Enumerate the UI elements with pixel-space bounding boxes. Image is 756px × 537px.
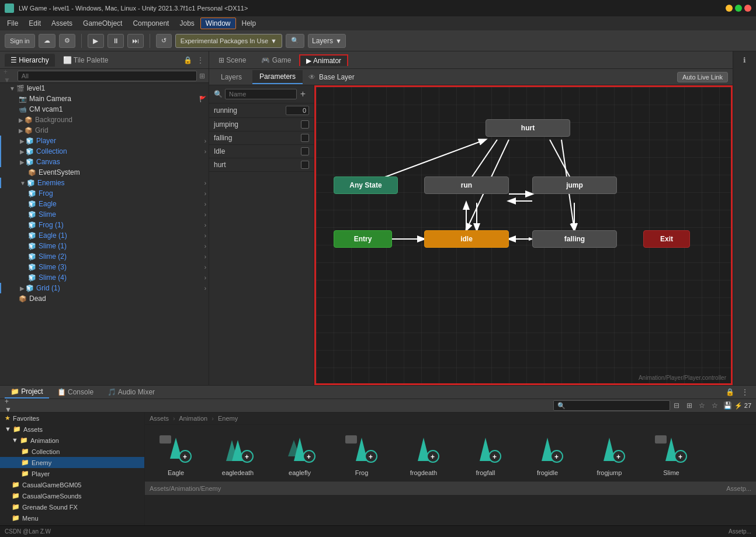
param-hurt-check[interactable] bbox=[301, 161, 309, 169]
asset-eaglefly[interactable]: + eaglefly bbox=[273, 429, 326, 476]
param-jumping-check[interactable] bbox=[301, 120, 309, 129]
bottom-menu[interactable]: ⋮ bbox=[738, 386, 751, 399]
param-running-value[interactable] bbox=[286, 106, 309, 115]
menu-gameobject[interactable]: GameObject bbox=[78, 18, 127, 29]
menu-jobs[interactable]: Jobs bbox=[175, 18, 199, 29]
state-run[interactable]: run bbox=[424, 176, 509, 194]
asset-frog[interactable]: + Frog bbox=[335, 429, 388, 476]
tree-item-grid1[interactable]: ▶ 🧊 Grid (1) › bbox=[0, 283, 209, 293]
asset-eagle[interactable]: + Eagle bbox=[150, 429, 202, 476]
proj-menu[interactable]: 📁 Menu bbox=[0, 512, 144, 524]
proj-sounds[interactable]: 📁 CasualGameSounds bbox=[0, 490, 144, 501]
hierarchy-filter[interactable]: ⊞ bbox=[199, 72, 205, 80]
proj-enemy[interactable]: 📁 Enemy bbox=[0, 457, 144, 468]
game-tab[interactable]: 🎮 Game bbox=[254, 54, 298, 67]
breadcrumb-enemy[interactable]: Enemy bbox=[218, 415, 238, 422]
parameters-subtab[interactable]: Parameters bbox=[252, 70, 303, 84]
proj-assets[interactable]: ▼ 📁 Assets bbox=[0, 424, 144, 435]
play-button[interactable]: ▶ bbox=[88, 34, 104, 48]
tile-palette-tab[interactable]: ⬜ Tile Palette bbox=[57, 54, 115, 67]
layers-subtab[interactable]: Layers bbox=[214, 71, 249, 84]
add-param-button[interactable]: + bbox=[297, 88, 309, 101]
menu-component[interactable]: Component bbox=[128, 18, 174, 29]
param-idle-check[interactable] bbox=[301, 147, 309, 155]
tree-item-cm-vcam1[interactable]: 📹 CM vcam1 bbox=[0, 104, 209, 115]
close-button[interactable] bbox=[744, 5, 751, 12]
menu-edit[interactable]: Edit bbox=[24, 18, 46, 29]
exp-packages-button[interactable]: Experimental Packages In Use ▼ bbox=[175, 34, 282, 48]
state-exit[interactable]: Exit bbox=[643, 230, 690, 248]
params-visibility[interactable]: 👁 bbox=[308, 73, 315, 81]
menu-assets[interactable]: Assets bbox=[47, 18, 77, 29]
cloud-button[interactable]: ☁ bbox=[39, 34, 56, 48]
proj-favorites[interactable]: ★ Favorites bbox=[0, 413, 144, 424]
tree-item-frog1[interactable]: 🧊 Frog (1) › bbox=[0, 220, 209, 230]
audio-mixer-tab[interactable]: 🎵 Audio Mixer bbox=[102, 386, 161, 398]
state-any-state[interactable]: Any State bbox=[334, 176, 398, 194]
asset-slime[interactable]: + Slime bbox=[645, 429, 698, 476]
tree-item-background[interactable]: ▶ 📦 Background bbox=[0, 115, 209, 125]
tree-item-main-camera[interactable]: 📷 Main Camera 🚩 bbox=[0, 93, 209, 104]
add-asset-btn[interactable]: + ▼ bbox=[5, 399, 18, 412]
add-item-button[interactable]: + ▼ bbox=[4, 68, 15, 84]
asset-frogjump[interactable]: + frogjump bbox=[583, 429, 636, 476]
maximize-button[interactable] bbox=[735, 5, 742, 12]
hierarchy-search-input[interactable] bbox=[18, 71, 197, 81]
hierarchy-lock[interactable]: 🔒 bbox=[183, 56, 192, 64]
state-falling[interactable]: falling bbox=[532, 230, 617, 248]
breadcrumb-assets[interactable]: Assets bbox=[150, 415, 169, 422]
tree-item-canvas[interactable]: ▶ 🧊 Canvas bbox=[0, 157, 209, 167]
param-falling-check[interactable] bbox=[301, 134, 309, 142]
state-idle[interactable]: idle bbox=[424, 230, 509, 248]
bottom-lock[interactable]: 🔒 bbox=[723, 386, 736, 399]
undo-button[interactable]: ↺ bbox=[156, 34, 172, 48]
menu-file[interactable]: File bbox=[2, 18, 23, 29]
scene-tab[interactable]: ⊞ Scene bbox=[211, 54, 253, 67]
tree-item-grid[interactable]: ▶ 📦 Grid bbox=[0, 125, 209, 136]
base-layer-btn[interactable]: Base Layer bbox=[319, 73, 355, 81]
tree-item-collection[interactable]: ▶ 🧊 Collection › bbox=[0, 146, 209, 157]
asset-eagledeath[interactable]: + eagledeath bbox=[211, 429, 264, 476]
proj-animation[interactable]: ▼ 📁 Animation bbox=[0, 435, 144, 446]
tree-item-level1[interactable]: ▼ 🎬 level1 bbox=[0, 83, 209, 93]
tree-item-slime2[interactable]: 🧊 Slime (2) › bbox=[0, 251, 209, 262]
icon-filter[interactable]: ☆ bbox=[696, 399, 709, 412]
right-panel-toggle[interactable]: ℹ bbox=[738, 54, 751, 67]
collab-button[interactable]: ⚙ bbox=[59, 34, 75, 48]
pause-button[interactable]: ⏸ bbox=[107, 34, 124, 48]
layers-dropdown[interactable]: Layers ▼ bbox=[308, 34, 346, 48]
tree-item-slime4[interactable]: 🧊 Slime (4) › bbox=[0, 272, 209, 283]
icon-list-view[interactable]: ⊟ bbox=[670, 399, 683, 412]
tree-item-dead[interactable]: 📦 Dead bbox=[0, 293, 209, 304]
proj-grenade[interactable]: 📁 Grenade Sound FX bbox=[0, 501, 144, 512]
asset-frogidle[interactable]: + frogidle bbox=[521, 429, 574, 476]
animator-tab[interactable]: ▶ Animator bbox=[299, 54, 348, 66]
menu-help[interactable]: Help bbox=[237, 18, 261, 29]
tree-item-frog[interactable]: 🧊 Frog › bbox=[0, 188, 209, 199]
sign-in-button[interactable]: Sign in bbox=[5, 34, 35, 48]
tree-item-eventsystem[interactable]: 📦 EventSystem bbox=[0, 167, 209, 178]
proj-player[interactable]: 📁 Player bbox=[0, 468, 144, 479]
tree-item-enemies[interactable]: ▼ 🧊 Enemies › bbox=[0, 178, 209, 188]
animator-canvas[interactable]: Any State Entry idle run jump hurt falli… bbox=[314, 85, 733, 385]
params-search-input[interactable] bbox=[225, 89, 297, 99]
asset-frogdeath[interactable]: + frogdeath bbox=[397, 429, 450, 476]
step-button[interactable]: ⏭ bbox=[127, 34, 144, 48]
minimize-button[interactable] bbox=[726, 5, 733, 12]
icon-save[interactable]: 💾 bbox=[722, 399, 734, 412]
tree-item-player[interactable]: ▶ 🧊 Player › bbox=[0, 136, 209, 146]
tree-item-slime1[interactable]: 🧊 Slime (1) › bbox=[0, 241, 209, 251]
asset-search-input[interactable] bbox=[553, 400, 670, 411]
tree-item-eagle[interactable]: 🧊 Eagle › bbox=[0, 199, 209, 209]
tree-item-eagle1[interactable]: 🧊 Eagle (1) › bbox=[0, 230, 209, 241]
menu-window[interactable]: Window bbox=[200, 18, 236, 29]
asset-frogfall[interactable]: + frogfall bbox=[459, 429, 512, 476]
breadcrumb-animation[interactable]: Animation bbox=[179, 415, 207, 422]
hierarchy-tab[interactable]: ☰ Hierarchy bbox=[5, 54, 55, 67]
state-entry[interactable]: Entry bbox=[334, 230, 392, 248]
search-button[interactable]: 🔍 bbox=[286, 34, 304, 48]
state-hurt[interactable]: hurt bbox=[485, 119, 570, 137]
proj-collection[interactable]: 📁 Collection bbox=[0, 446, 144, 457]
proj-bgm05[interactable]: 📁 CasualGameBGM05 bbox=[0, 479, 144, 490]
tree-item-slime[interactable]: 🧊 Slime › bbox=[0, 209, 209, 220]
